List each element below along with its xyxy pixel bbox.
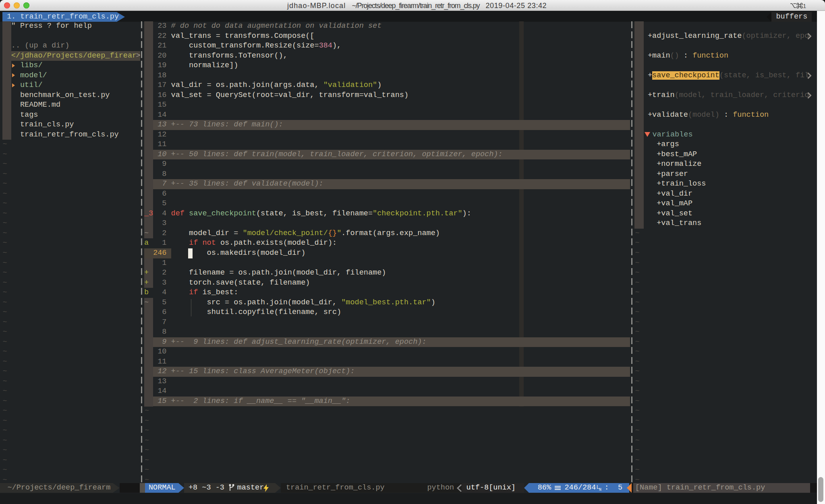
svg-text:1: 1 — [803, 2, 806, 9]
